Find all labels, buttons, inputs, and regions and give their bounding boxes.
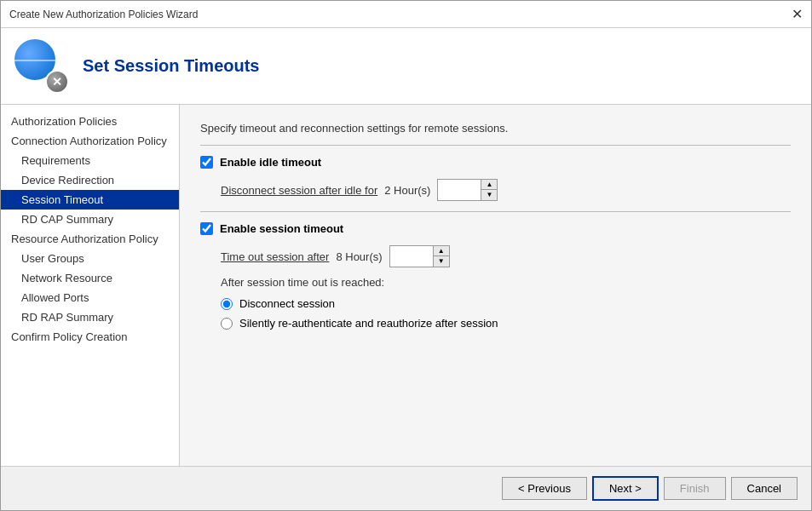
idle-timeout-section: Enable idle timeout Disconnect session a… [200, 156, 791, 201]
cancel-button[interactable]: Cancel [731, 477, 798, 500]
session-timeout-label: Enable session timeout [220, 222, 343, 235]
idle-timeout-checkbox-label[interactable]: Enable idle timeout [200, 156, 791, 169]
disconnect-radio-row[interactable]: Disconnect session [200, 297, 791, 310]
idle-timeout-checkbox[interactable] [200, 156, 213, 169]
main-content: Specify timeout and reconnection setting… [180, 105, 811, 466]
idle-timeout-decrement[interactable]: ▼ [481, 190, 497, 200]
sidebar-item-confirm-policy[interactable]: Confirm Policy Creation [1, 327, 179, 347]
sidebar-item-session-timeout[interactable]: Session Timeout [1, 190, 179, 210]
session-timeout-input[interactable]: 480 [390, 249, 433, 265]
idle-hours-info: 2 Hour(s) [384, 184, 430, 197]
disconnect-label: Disconnect session [239, 297, 335, 310]
idle-timeout-row: Disconnect session after idle for 2 Hour… [200, 179, 791, 201]
session-timeout-field-label: Time out session after [221, 250, 329, 263]
middle-divider [200, 211, 791, 212]
sidebar-item-resource-auth-policy[interactable]: Resource Authorization Policy [1, 229, 179, 249]
reauth-radio[interactable] [221, 318, 233, 330]
reauth-radio-row[interactable]: Silently re-authenticate and reauthorize… [200, 317, 791, 330]
wizard-window: Create New Authorization Policies Wizard… [0, 0, 812, 511]
page-title: Set Session Timeouts [83, 56, 259, 76]
session-timeout-spinbox-btns: ▲ ▼ [433, 246, 449, 267]
sidebar-item-rd-cap-summary[interactable]: RD CAP Summary [1, 210, 179, 229]
close-button[interactable]: ✕ [792, 8, 803, 21]
idle-timeout-increment[interactable]: ▲ [481, 180, 497, 190]
title-bar-text: Create New Authorization Policies Wizard [9, 9, 198, 20]
header: ✕ Set Session Timeouts [1, 28, 811, 105]
title-bar: Create New Authorization Policies Wizard… [1, 1, 811, 28]
session-hours-info: 8 Hour(s) [336, 250, 382, 263]
sidebar-item-user-groups[interactable]: User Groups [1, 249, 179, 268]
session-timeout-checkbox-label[interactable]: Enable session timeout [200, 222, 791, 235]
session-timeout-spinbox: 480 ▲ ▼ [389, 245, 450, 267]
footer: < Previous Next > Finish Cancel [1, 466, 811, 510]
main-description: Specify timeout and reconnection setting… [200, 122, 791, 135]
sidebar-item-auth-policies[interactable]: Authorization Policies [1, 112, 179, 131]
header-icon: ✕ [14, 39, 69, 94]
sidebar-item-network-resource[interactable]: Network Resource [1, 268, 179, 288]
finish-button[interactable]: Finish [664, 477, 726, 500]
sidebar-item-device-redirection[interactable]: Device Redirection [1, 170, 179, 190]
next-button[interactable]: Next > [592, 476, 659, 501]
sidebar-item-rd-rap-summary[interactable]: RD RAP Summary [1, 307, 179, 327]
after-session-text: After session time out is reached: [200, 276, 791, 289]
idle-timeout-spinbox-btns: ▲ ▼ [481, 180, 497, 200]
session-timeout-section: Enable session timeout Time out session … [200, 222, 791, 330]
sidebar: Authorization PoliciesConnection Authori… [1, 105, 180, 466]
sidebar-item-allowed-ports[interactable]: Allowed Ports [1, 288, 179, 307]
session-timeout-checkbox[interactable] [200, 222, 213, 235]
idle-timeout-spinbox: 120 ▲ ▼ [437, 179, 498, 201]
idle-timeout-input[interactable]: 120 [438, 182, 481, 198]
sidebar-item-conn-auth-policy[interactable]: Connection Authorization Policy [1, 131, 179, 151]
idle-timeout-field-label: Disconnect session after idle for [221, 184, 377, 197]
content-area: Authorization PoliciesConnection Authori… [1, 105, 811, 466]
disconnect-radio[interactable] [221, 298, 233, 310]
reauth-label: Silently re-authenticate and reauthorize… [239, 317, 498, 330]
sidebar-item-requirements[interactable]: Requirements [1, 151, 179, 170]
session-timeout-increment[interactable]: ▲ [434, 246, 449, 256]
badge-icon: ✕ [45, 70, 69, 94]
idle-timeout-label: Enable idle timeout [220, 156, 321, 169]
previous-button[interactable]: < Previous [502, 477, 587, 500]
top-divider [200, 145, 791, 146]
session-timeout-decrement[interactable]: ▼ [434, 256, 449, 267]
session-timeout-row: Time out session after 8 Hour(s) 480 ▲ ▼ [200, 245, 791, 267]
